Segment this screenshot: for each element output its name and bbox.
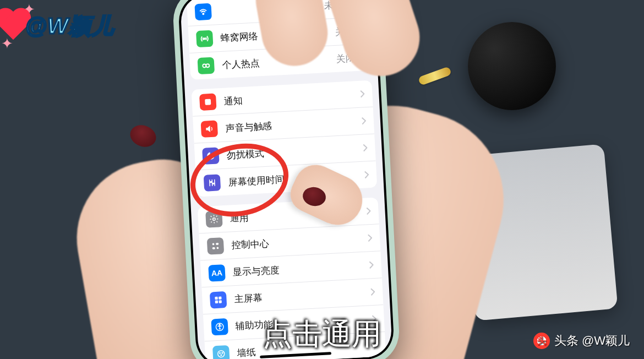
svg-rect-4 [205, 99, 211, 105]
row-label: 控制中心 [231, 232, 368, 252]
desk-object-round [468, 22, 556, 110]
row-label: 声音与触感 [225, 115, 362, 134]
hotspot-icon [198, 57, 215, 75]
svg-point-9 [216, 247, 219, 249]
svg-rect-7 [216, 243, 219, 245]
screentime-icon [204, 174, 221, 192]
source-text: 头条 @W颖儿 [554, 333, 630, 349]
homescreen-icon [210, 291, 227, 309]
wallpaper-icon [212, 345, 230, 359]
accessibility-icon [211, 318, 228, 336]
chevron-right-icon [369, 261, 374, 269]
source-attribution: 头 头条 @W颖儿 [533, 333, 630, 349]
svg-point-5 [213, 218, 216, 221]
svg-rect-11 [219, 296, 222, 300]
svg-rect-12 [215, 301, 219, 304]
svg-point-19 [221, 355, 222, 356]
row-label: 主屏幕 [234, 286, 371, 306]
svg-point-18 [222, 352, 223, 353]
general-icon [205, 210, 223, 228]
svg-point-17 [220, 352, 221, 353]
chevron-right-icon [362, 117, 367, 124]
chevron-right-icon [363, 144, 368, 151]
toutiao-icon: 头 [533, 333, 550, 349]
svg-point-6 [212, 243, 215, 245]
svg-rect-13 [219, 300, 222, 303]
svg-rect-10 [215, 297, 218, 300]
svg-rect-8 [212, 247, 215, 249]
display-icon: AA [208, 264, 226, 282]
svg-point-16 [217, 350, 225, 357]
chevron-right-icon [360, 90, 365, 97]
row-label: 显示与亮度 [232, 259, 369, 279]
chevron-right-icon [370, 288, 375, 296]
wifi-icon [194, 3, 212, 21]
dnd-icon [202, 147, 220, 165]
cellular-icon [196, 30, 214, 48]
chevron-right-icon [366, 207, 371, 215]
svg-point-0 [203, 13, 204, 14]
caption-text: 点击通用 [263, 314, 381, 355]
row-label: 勿扰模式 [226, 142, 363, 161]
control-center-icon [207, 237, 225, 255]
svg-point-1 [204, 38, 205, 39]
chevron-right-icon [364, 171, 369, 178]
notifications-icon [199, 93, 217, 111]
svg-point-15 [219, 324, 220, 325]
chevron-right-icon [368, 234, 373, 242]
creator-handle: @W颖儿 [25, 11, 114, 41]
svg-point-3 [206, 64, 209, 67]
sounds-icon [201, 120, 219, 138]
row-label: 通知 [223, 88, 361, 107]
